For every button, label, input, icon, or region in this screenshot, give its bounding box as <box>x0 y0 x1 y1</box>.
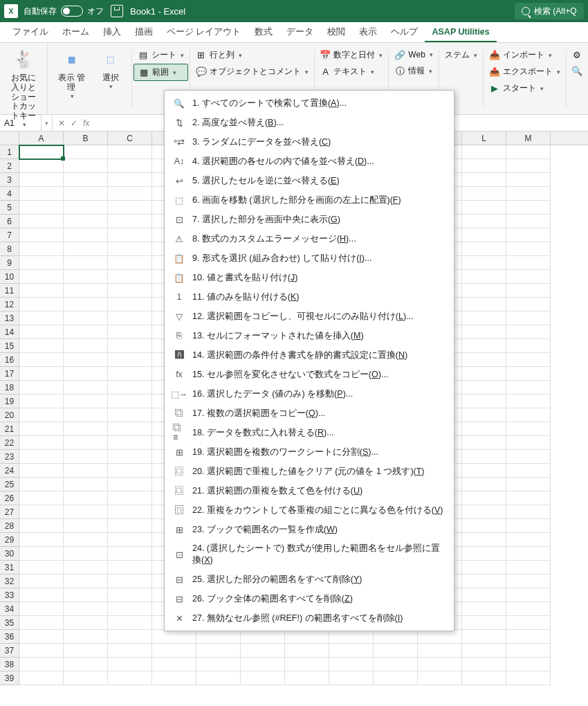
tab-ホーム[interactable]: ホーム <box>55 22 96 42</box>
cell[interactable] <box>108 367 152 381</box>
cell[interactable] <box>108 574 152 588</box>
cell[interactable] <box>462 464 506 478</box>
cell[interactable] <box>462 201 506 215</box>
range-button[interactable]: ▦範囲▾ <box>134 64 188 81</box>
cell[interactable] <box>506 339 551 353</box>
cell[interactable] <box>506 187 551 201</box>
cell[interactable] <box>64 574 108 588</box>
menu-item-23[interactable]: ⊞23. ブックで範囲名の一覧を作成(W) <box>165 520 454 539</box>
cell[interactable] <box>108 436 152 450</box>
cell[interactable] <box>462 159 506 173</box>
cell[interactable] <box>506 574 551 588</box>
import-button[interactable]: 📥インポート▾ <box>485 47 564 63</box>
cell[interactable] <box>462 339 506 353</box>
fx-icon[interactable]: fx <box>83 118 89 128</box>
cell[interactable] <box>285 671 329 685</box>
menu-item-15[interactable]: fx15. セル参照を変化させないで数式をコピー(O)... <box>165 365 454 384</box>
menu-item-26[interactable]: ⊟26. ブック全体の範囲名すべてを削除(Z) <box>165 589 454 608</box>
cell[interactable] <box>108 284 152 298</box>
menu-item-22[interactable]: ⿵22. 重複をカウントして各重複の組ごとに異なる色を付ける(V) <box>165 500 454 520</box>
cell[interactable] <box>19 505 64 519</box>
cell[interactable] <box>19 298 64 311</box>
cell[interactable] <box>506 367 551 381</box>
menu-item-17[interactable]: ⿻17. 複数の選択範囲をコピー(Q)... <box>165 404 454 423</box>
cell[interactable] <box>19 367 64 381</box>
row-header[interactable]: 18 <box>0 381 19 395</box>
select-button[interactable]: ⬚ 選択 ▾ <box>91 46 130 93</box>
cell[interactable] <box>506 644 551 658</box>
cell[interactable] <box>152 630 196 644</box>
select-all-corner[interactable] <box>0 132 19 145</box>
cell[interactable] <box>64 408 108 422</box>
cell[interactable] <box>108 644 152 658</box>
menu-item-14[interactable]: 🅰14. 選択範囲の条件付き書式を静的書式設定に置換(N) <box>165 345 454 365</box>
row-header[interactable]: 23 <box>0 450 19 464</box>
cell[interactable] <box>64 270 108 284</box>
row-header[interactable]: 4 <box>0 187 19 201</box>
cell[interactable] <box>506 450 551 464</box>
cell[interactable] <box>64 671 108 685</box>
cell[interactable] <box>108 187 152 201</box>
row-header[interactable]: 29 <box>0 533 19 547</box>
cell[interactable] <box>64 284 108 298</box>
cell[interactable] <box>64 450 108 464</box>
row-header[interactable]: 24 <box>0 464 19 478</box>
menu-item-12[interactable]: ▽12. 選択範囲をコピーし、可視セルにのみ貼り付け(L)... <box>165 307 454 326</box>
cell[interactable] <box>64 505 108 519</box>
cell[interactable] <box>462 395 506 408</box>
cell[interactable] <box>462 173 506 187</box>
cell[interactable] <box>462 242 506 256</box>
cell[interactable] <box>108 658 152 671</box>
cell[interactable] <box>506 173 551 187</box>
cell[interactable] <box>462 616 506 630</box>
row-header[interactable]: 33 <box>0 588 19 602</box>
cell[interactable] <box>64 256 108 270</box>
cell[interactable] <box>19 187 64 201</box>
cell[interactable] <box>462 658 506 671</box>
cell[interactable] <box>462 630 506 644</box>
menu-item-16[interactable]: ⬚→16. 選択したデータ (値のみ) を移動(P)... <box>165 384 454 404</box>
cell[interactable] <box>506 602 551 616</box>
cell[interactable] <box>462 644 506 658</box>
row-header[interactable]: 12 <box>0 298 19 311</box>
row-header[interactable]: 22 <box>0 436 19 450</box>
cell[interactable] <box>64 173 108 187</box>
cell[interactable] <box>108 602 152 616</box>
cell[interactable] <box>64 644 108 658</box>
cell[interactable] <box>506 519 551 533</box>
cell[interactable] <box>19 658 64 671</box>
cell[interactable] <box>152 671 196 685</box>
cell[interactable] <box>152 658 196 671</box>
cell[interactable] <box>108 533 152 547</box>
cell[interactable] <box>418 658 462 671</box>
cell[interactable] <box>196 644 241 658</box>
cell[interactable] <box>108 450 152 464</box>
cell[interactable] <box>108 270 152 284</box>
rowcol-button[interactable]: ⊞行と列▾ <box>192 47 313 63</box>
cell[interactable] <box>506 422 551 436</box>
cell[interactable] <box>462 215 506 228</box>
cell[interactable] <box>241 630 285 644</box>
tab-数式[interactable]: 数式 <box>248 22 279 42</box>
menu-item-18[interactable]: ⿻≡18. データを数式に入れ替える(R)... <box>165 423 454 442</box>
cell[interactable] <box>108 298 152 311</box>
cell[interactable] <box>19 228 64 242</box>
cell[interactable] <box>64 353 108 367</box>
info-button[interactable]: ⓘ情報▾ <box>390 63 437 79</box>
tab-校閲[interactable]: 校閲 <box>320 22 352 42</box>
menu-item-19[interactable]: ⊞19. 選択範囲を複数のワークシートに分割(S)... <box>165 442 454 462</box>
menu-item-10[interactable]: 📋10. 値と書式を貼り付け(J) <box>165 268 454 287</box>
cell[interactable] <box>64 215 108 228</box>
column-header[interactable]: A <box>19 132 64 145</box>
cell[interactable] <box>506 588 551 602</box>
cell[interactable] <box>19 145 64 159</box>
settings-button[interactable]: ⚙ <box>567 47 587 62</box>
row-header[interactable]: 5 <box>0 201 19 215</box>
row-header[interactable]: 2 <box>0 159 19 173</box>
cell[interactable] <box>19 325 64 339</box>
cell[interactable] <box>506 395 551 408</box>
cell[interactable] <box>374 644 418 658</box>
menu-item-13[interactable]: ⎘13. セルにフォーマットされた値を挿入(M) <box>165 326 454 345</box>
row-header[interactable]: 6 <box>0 215 19 228</box>
tab-ファイル[interactable]: ファイル <box>6 22 55 42</box>
